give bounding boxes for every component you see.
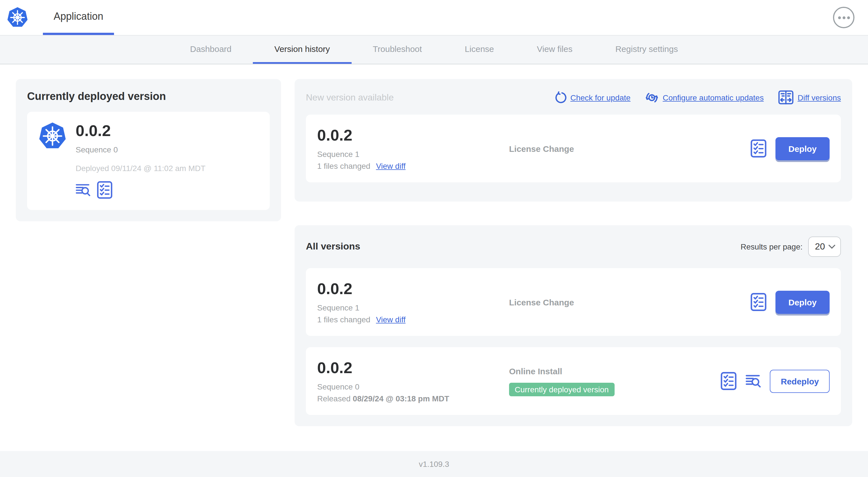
app-window: Application Dashboard Version history Tr… xyxy=(0,0,868,477)
schedule-sync-icon xyxy=(645,91,659,104)
results-per-page-value: 20 xyxy=(815,242,825,252)
currently-deployed-card: 0.0.2 Sequence 0 Deployed 09/11/24 @ 11:… xyxy=(27,112,270,210)
currently-deployed-panel: Currently deployed version xyxy=(16,79,281,221)
current-version-info: 0.0.2 Sequence 0 Deployed 09/11/24 @ 11:… xyxy=(75,122,206,199)
files-changed-text: 1 files changed xyxy=(317,315,370,324)
files-changed-row: 1 files changed View diff xyxy=(317,315,509,324)
ellipsis-icon xyxy=(838,16,841,19)
checklist-icon[interactable] xyxy=(97,181,112,199)
results-per-page: Results per page: 20 xyxy=(741,237,841,257)
files-changed-row: 1 files changed View diff xyxy=(317,161,509,171)
new-version-header: New version available Check for update xyxy=(306,90,841,105)
more-options-button[interactable] xyxy=(833,7,855,28)
new-version-actions: Check for update Configure a xyxy=(554,90,841,105)
footer: v1.109.3 xyxy=(0,451,868,477)
tab-dashboard[interactable]: Dashboard xyxy=(169,35,253,64)
version-sequence: Sequence 1 xyxy=(317,303,509,312)
version-sequence: Sequence 1 xyxy=(317,150,509,159)
diff-versions-link[interactable]: Diff versions xyxy=(778,90,841,105)
deploy-button[interactable]: Deploy xyxy=(775,137,830,160)
console-version: v1.109.3 xyxy=(419,459,449,469)
view-diff-link[interactable]: View diff xyxy=(376,161,405,171)
app-logo-wrap xyxy=(7,0,28,35)
new-version-card: 0.0.2 Sequence 1 1 files changed View di… xyxy=(306,115,841,182)
tab-version-history[interactable]: Version history xyxy=(253,35,351,64)
version-source: License Change xyxy=(509,144,574,153)
tab-view-files[interactable]: View files xyxy=(516,35,594,64)
topbar-spacer xyxy=(114,0,833,35)
currently-deployed-title: Currently deployed version xyxy=(27,90,270,103)
version-source: Online Install xyxy=(509,366,562,376)
diff-icon xyxy=(778,90,794,105)
deploy-button[interactable]: Deploy xyxy=(775,291,830,314)
logs-icon[interactable] xyxy=(75,183,90,197)
version-info: 0.0.2 Sequence 1 1 files changed View di… xyxy=(317,126,509,171)
checklist-icon[interactable] xyxy=(751,140,767,157)
current-deployed-timestamp: Deployed 09/11/24 @ 11:02 am MDT xyxy=(75,164,206,173)
version-number: 0.0.2 xyxy=(317,280,509,298)
version-actions: Deploy xyxy=(751,291,830,314)
version-actions: Redeploy xyxy=(721,369,830,393)
current-version-actions xyxy=(75,181,206,199)
right-column: New version available Check for update xyxy=(294,79,852,426)
version-row: 0.0.2 Sequence 1 1 files changed View di… xyxy=(306,268,841,336)
tab-troubleshoot[interactable]: Troubleshoot xyxy=(351,35,443,64)
current-sequence: Sequence 0 xyxy=(75,145,206,154)
version-sequence: Sequence 0 xyxy=(317,382,509,391)
all-versions-panel: All versions Results per page: 20 xyxy=(294,225,852,426)
new-version-panel: New version available Check for update xyxy=(294,79,852,202)
version-row: 0.0.2 Sequence 0 Released 08/29/24 @ 03:… xyxy=(306,347,841,415)
logs-icon[interactable] xyxy=(746,374,761,388)
version-info: 0.0.2 Sequence 1 1 files changed View di… xyxy=(317,280,509,324)
all-versions-title: All versions xyxy=(306,241,360,252)
version-number: 0.0.2 xyxy=(317,126,509,145)
kubernetes-app-icon xyxy=(38,122,67,150)
main-content: Currently deployed version xyxy=(0,64,868,451)
versions-list: 0.0.2 Sequence 1 1 files changed View di… xyxy=(306,268,841,415)
version-source-column: License Change xyxy=(509,144,751,153)
kubernetes-logo-icon xyxy=(7,7,28,28)
tab-registry-settings[interactable]: Registry settings xyxy=(594,35,700,64)
released-timestamp: Released 08/29/24 @ 03:18 pm MDT xyxy=(317,394,509,403)
files-changed-text: 1 files changed xyxy=(317,161,370,171)
version-source-column: License Change xyxy=(509,297,751,307)
check-for-update-link[interactable]: Check for update xyxy=(554,91,630,103)
refresh-icon xyxy=(554,91,566,103)
version-info: 0.0.2 Sequence 0 Released 08/29/24 @ 03:… xyxy=(317,359,509,403)
redeploy-button[interactable]: Redeploy xyxy=(770,369,830,393)
tab-bar: Dashboard Version history Troubleshoot L… xyxy=(0,35,868,64)
checklist-icon[interactable] xyxy=(751,293,767,311)
version-source: License Change xyxy=(509,297,574,307)
app-title: Application xyxy=(54,10,103,22)
results-per-page-label: Results per page: xyxy=(741,242,803,251)
version-number: 0.0.2 xyxy=(317,359,509,377)
chevron-down-icon xyxy=(829,244,835,249)
results-per-page-select[interactable]: 20 xyxy=(808,237,841,257)
top-bar: Application xyxy=(0,0,868,35)
version-actions: Deploy xyxy=(751,137,830,160)
all-versions-header: All versions Results per page: 20 xyxy=(306,237,841,257)
current-version-number: 0.0.2 xyxy=(75,122,206,140)
new-version-title: New version available xyxy=(306,92,394,102)
currently-deployed-badge: Currently deployed version xyxy=(509,383,614,396)
checklist-icon[interactable] xyxy=(721,372,737,390)
version-source-column: Online Install Currently deployed versio… xyxy=(509,366,721,396)
view-diff-link[interactable]: View diff xyxy=(376,315,405,324)
configure-automatic-updates-link[interactable]: Configure automatic updates xyxy=(645,91,764,104)
tab-license[interactable]: License xyxy=(443,35,515,64)
app-title-tab[interactable]: Application xyxy=(43,0,114,35)
